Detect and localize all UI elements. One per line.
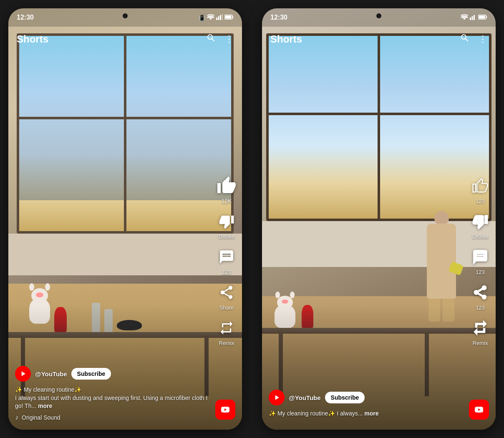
camera-dot-2 bbox=[376, 13, 381, 18]
svg-rect-3 bbox=[222, 14, 223, 20]
description-more-1[interactable]: more bbox=[38, 403, 52, 409]
status-time-2: 12:30 bbox=[270, 14, 287, 21]
bottom-info-1: @YouTube Subscribe ✨ My cleaning routine… bbox=[15, 366, 209, 421]
phones-container: 12:30 📳 Shorts ⋮ bbox=[0, 0, 504, 438]
svg-rect-1 bbox=[218, 16, 219, 20]
thumb-down-icon-1 bbox=[216, 211, 237, 232]
status-time-1: 12:30 bbox=[17, 14, 34, 21]
camera-dot-1 bbox=[123, 13, 128, 18]
video-description-1: ✨ My cleaning routine✨I always start out… bbox=[15, 386, 209, 410]
share-action-2[interactable]: 123 bbox=[470, 282, 491, 311]
remix-label-1: Remix bbox=[219, 340, 234, 346]
like-label-2: 123 bbox=[476, 198, 485, 204]
channel-row-2: @YouTube Subscribe bbox=[269, 390, 462, 405]
app-title-2: Shorts bbox=[270, 33, 302, 45]
battery-icon-2 bbox=[478, 15, 487, 21]
sound-label-1[interactable]: Original Sound bbox=[22, 414, 60, 421]
app-header-1: Shorts ⋮ bbox=[8, 27, 242, 52]
search-icon-1[interactable] bbox=[206, 33, 216, 45]
share-icon-2 bbox=[470, 282, 491, 303]
dislike-label-2: Dislike bbox=[472, 234, 488, 240]
like-action-1[interactable]: 12K bbox=[216, 175, 237, 204]
window-frame-1 bbox=[17, 33, 234, 234]
share-icon-1 bbox=[216, 282, 237, 303]
comment-icon-1 bbox=[216, 247, 237, 267]
app-header-2: Shorts ⋮ bbox=[262, 27, 496, 52]
svg-rect-5 bbox=[232, 16, 233, 18]
yt-bottom-button-2[interactable] bbox=[469, 400, 489, 420]
more-options-icon-1[interactable]: ⋮ bbox=[224, 34, 234, 45]
description-text-2: ✨ My cleaning routine✨ I always... bbox=[269, 410, 364, 417]
svg-rect-7 bbox=[470, 18, 471, 20]
battery-icon-1 bbox=[224, 15, 234, 21]
svg-rect-8 bbox=[472, 16, 473, 20]
share-label-1: Share bbox=[219, 305, 234, 311]
actions-sidebar-2: 123 Dislike 123 123 bbox=[470, 176, 491, 346]
comment-label-1: 123 bbox=[222, 269, 231, 275]
window-div-v-2 bbox=[378, 33, 380, 221]
like-action-2[interactable]: 123 bbox=[470, 176, 491, 204]
status-icons-2 bbox=[461, 14, 487, 21]
sound-row-1: ♪ Original Sound bbox=[15, 414, 209, 421]
signal-icon-2 bbox=[470, 14, 476, 21]
channel-name-1[interactable]: @YouTube bbox=[35, 370, 67, 378]
svg-rect-11 bbox=[486, 16, 487, 18]
status-icons-1: 📳 bbox=[199, 14, 234, 21]
like-label-1: 12K bbox=[222, 198, 232, 204]
comment-icon-2 bbox=[470, 247, 491, 267]
window-div-h-2 bbox=[266, 113, 491, 115]
search-icon-2[interactable] bbox=[460, 33, 470, 45]
channel-avatar-2 bbox=[269, 390, 285, 405]
header-icons-2: ⋮ bbox=[460, 33, 487, 45]
svg-rect-9 bbox=[474, 15, 475, 20]
thumb-up-icon-2 bbox=[470, 176, 491, 196]
comment-action-2[interactable]: 123 bbox=[470, 247, 491, 275]
bottom-info-2: @YouTube Subscribe ✨ My cleaning routine… bbox=[269, 390, 462, 421]
wifi-icon-2 bbox=[461, 14, 468, 21]
music-note-icon-1: ♪ bbox=[15, 414, 18, 421]
yt-bottom-button-1[interactable] bbox=[215, 400, 235, 420]
share-action-1[interactable]: Share bbox=[216, 282, 237, 311]
dislike-label-1: Dislike bbox=[219, 234, 234, 240]
subscribe-button-2[interactable]: Subscribe bbox=[325, 392, 365, 403]
phone-1: 12:30 📳 Shorts ⋮ bbox=[8, 8, 242, 430]
vibrate-icon: 📳 bbox=[199, 15, 205, 21]
remix-icon-2 bbox=[470, 317, 491, 338]
svg-rect-6 bbox=[225, 15, 232, 18]
header-icons-1: ⋮ bbox=[206, 33, 234, 45]
channel-name-2[interactable]: @YouTube bbox=[289, 394, 321, 401]
thumb-up-icon-1 bbox=[216, 175, 237, 196]
phone-2: 12:30 Shorts ⋮ bbox=[262, 8, 496, 430]
comment-label-2: 123 bbox=[476, 269, 485, 275]
actions-sidebar-1: 12K Dislike 123 Share bbox=[216, 175, 237, 346]
wall-1 bbox=[8, 234, 242, 275]
dislike-action-2[interactable]: Dislike bbox=[470, 211, 491, 240]
video-description-2: ✨ My cleaning routine✨ I always... more bbox=[269, 410, 462, 418]
svg-rect-2 bbox=[220, 15, 221, 20]
remix-label-2: Remix bbox=[473, 340, 488, 346]
channel-row-1: @YouTube Subscribe bbox=[15, 366, 209, 382]
dislike-action-1[interactable]: Dislike bbox=[216, 211, 237, 240]
thumb-down-icon-2 bbox=[470, 211, 491, 232]
svg-rect-0 bbox=[216, 18, 217, 20]
remix-icon-1 bbox=[216, 317, 237, 338]
channel-avatar-1 bbox=[15, 366, 31, 382]
share-label-2: 123 bbox=[476, 305, 485, 311]
more-options-icon-2[interactable]: ⋮ bbox=[478, 34, 487, 45]
comment-action-1[interactable]: 123 bbox=[216, 247, 237, 275]
svg-rect-12 bbox=[479, 15, 485, 18]
phones-gap bbox=[249, 0, 255, 438]
app-title-1: Shorts bbox=[17, 33, 48, 45]
signal-icon-1 bbox=[216, 14, 223, 21]
wifi-icon-1 bbox=[207, 14, 214, 21]
description-more-2[interactable]: more bbox=[364, 410, 378, 417]
remix-action-2[interactable]: Remix bbox=[470, 317, 491, 346]
subscribe-button-1[interactable]: Subscribe bbox=[71, 368, 111, 380]
remix-action-1[interactable]: Remix bbox=[216, 317, 237, 346]
